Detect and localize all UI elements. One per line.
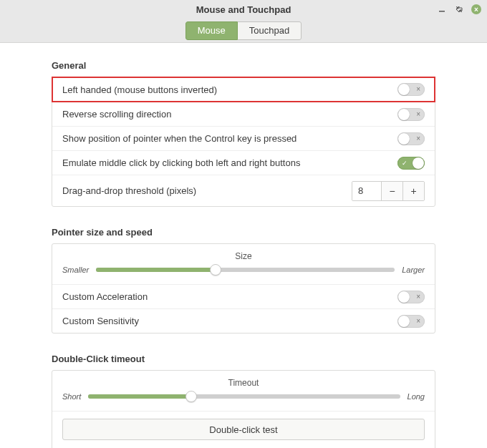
panel-double-click: Timeout Short Long Double-click test xyxy=(52,370,435,448)
timeout-track[interactable] xyxy=(88,394,400,399)
x-icon: × xyxy=(416,293,420,301)
row-double-click-test: Double-click test xyxy=(52,411,435,448)
label-show-pointer: Show position of pointer when the Contro… xyxy=(62,133,296,144)
close-icon: × xyxy=(474,6,478,14)
label-dnd-threshold: Drag-and-drop threshold (pixels) xyxy=(62,185,196,196)
toggle-left-handed[interactable]: × xyxy=(397,83,425,96)
toggle-knob xyxy=(398,84,410,95)
plus-icon: + xyxy=(410,185,416,197)
toggle-reverse-scrolling[interactable]: × xyxy=(397,108,425,121)
maximize-button[interactable] xyxy=(454,4,464,14)
toggle-knob xyxy=(398,291,410,303)
close-button[interactable]: × xyxy=(471,4,481,14)
slider-pointer-size[interactable]: Smaller Larger xyxy=(62,266,425,274)
minimize-button[interactable] xyxy=(437,4,447,14)
pointer-size-max-label: Larger xyxy=(402,266,425,274)
slider-double-click-timeout[interactable]: Short Long xyxy=(62,392,425,401)
tab-bar: Mouse Touchpad xyxy=(0,19,487,43)
label-reverse-scrolling: Reverse scrolling direction xyxy=(62,109,171,120)
minimize-icon xyxy=(438,6,445,13)
toggle-custom-acceleration[interactable]: × xyxy=(397,291,425,303)
pointer-size-min-label: Smaller xyxy=(62,266,89,274)
x-icon: × xyxy=(416,111,420,118)
x-icon: × xyxy=(416,135,420,142)
check-icon: ✓ xyxy=(402,160,408,166)
row-left-handed: Left handed (mouse buttons inverted) × xyxy=(52,77,435,102)
row-double-click-timeout: Timeout Short Long xyxy=(52,371,435,411)
row-dnd-threshold: Drag-and-drop threshold (pixels) 8 − + xyxy=(52,175,435,206)
pointer-size-fill xyxy=(96,268,216,272)
row-reverse-scrolling: Reverse scrolling direction × xyxy=(52,102,435,126)
x-icon: × xyxy=(416,86,420,93)
tab-touchpad[interactable]: Touchpad xyxy=(238,21,302,40)
minus-icon: − xyxy=(389,185,395,197)
section-title-pointer: Pointer size and speed xyxy=(52,227,435,238)
timeout-thumb[interactable] xyxy=(185,391,197,402)
pointer-size-thumb[interactable] xyxy=(210,264,221,276)
row-custom-acceleration: Custom Acceleration × xyxy=(52,284,435,308)
toggle-knob xyxy=(413,157,424,169)
toggle-knob xyxy=(398,133,410,145)
panel-pointer: Size Smaller Larger Custom Acceleration … xyxy=(52,243,435,333)
row-pointer-size: Size Smaller Larger xyxy=(52,244,435,284)
tab-mouse[interactable]: Mouse xyxy=(185,21,238,40)
dnd-threshold-value[interactable]: 8 xyxy=(352,182,381,200)
label-left-handed: Left handed (mouse buttons inverted) xyxy=(62,84,217,95)
content-area: General Left handed (mouse buttons inver… xyxy=(0,43,487,448)
label-custom-sensitivity: Custom Sensitivity xyxy=(62,316,139,326)
maximize-icon xyxy=(455,6,463,13)
dnd-threshold-increment[interactable]: + xyxy=(402,182,424,200)
row-custom-sensitivity: Custom Sensitivity × xyxy=(52,308,435,333)
label-pointer-size: Size xyxy=(62,251,425,261)
pointer-size-track[interactable] xyxy=(96,268,395,272)
window-controls: × xyxy=(437,0,481,19)
panel-general: Left handed (mouse buttons inverted) × R… xyxy=(52,77,435,207)
timeout-min-label: Short xyxy=(62,392,81,401)
window-title: Mouse and Touchpad xyxy=(196,4,291,15)
toggle-emulate-middle-click[interactable]: ✓ xyxy=(397,157,425,170)
x-icon: × xyxy=(416,318,420,325)
section-title-double-click: Double-Click timeout xyxy=(52,354,435,364)
double-click-test-button[interactable]: Double-click test xyxy=(62,419,425,440)
label-custom-acceleration: Custom Acceleration xyxy=(62,291,148,302)
titlebar: Mouse and Touchpad × xyxy=(0,0,487,19)
section-title-general: General xyxy=(52,60,435,71)
label-double-click-timeout: Timeout xyxy=(62,378,425,388)
row-emulate-middle-click: Emulate middle click by clicking both le… xyxy=(52,150,435,175)
toggle-show-pointer[interactable]: × xyxy=(397,132,425,145)
label-emulate-middle-click: Emulate middle click by clicking both le… xyxy=(62,157,300,168)
toggle-knob xyxy=(398,109,410,120)
tab-group: Mouse Touchpad xyxy=(185,21,302,40)
dnd-threshold-stepper[interactable]: 8 − + xyxy=(352,181,425,201)
timeout-max-label: Long xyxy=(408,392,425,401)
timeout-fill xyxy=(88,394,191,399)
toggle-knob xyxy=(398,316,410,327)
dnd-threshold-decrement[interactable]: − xyxy=(381,182,402,200)
row-show-pointer: Show position of pointer when the Contro… xyxy=(52,126,435,150)
toggle-custom-sensitivity[interactable]: × xyxy=(397,315,425,328)
svg-rect-0 xyxy=(439,11,445,12)
